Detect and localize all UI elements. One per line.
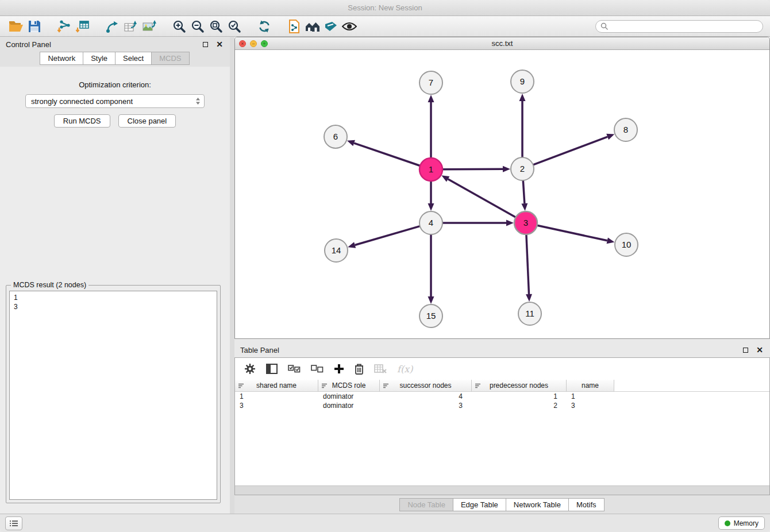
add-row-button[interactable]	[334, 364, 344, 374]
network-edge	[537, 225, 607, 241]
edge-arrowhead	[607, 237, 615, 244]
network-edge	[448, 179, 516, 217]
search-icon	[600, 22, 609, 30]
column-header-mcds-role[interactable]: MCDS role	[318, 380, 380, 392]
mcds-tab-body: Optimization criterion: strongly connect…	[0, 67, 230, 514]
network-edge	[533, 137, 607, 165]
edge-arrowhead	[521, 203, 528, 211]
memory-button[interactable]: Memory	[718, 516, 765, 530]
annotation-button[interactable]	[322, 18, 340, 35]
trash-icon	[355, 363, 364, 375]
float-table-panel-button[interactable]	[741, 345, 750, 354]
network-edge	[442, 169, 503, 169]
dropdown-selected-value: strongly connected component	[31, 97, 133, 106]
delete-row-button[interactable]	[355, 363, 364, 375]
document-network-icon	[288, 20, 301, 33]
table-row[interactable]: 3 dominator 3 2 3	[235, 401, 769, 410]
zoom-out-icon	[191, 20, 205, 33]
column-header-successor-nodes[interactable]: successor nodes	[380, 380, 472, 392]
save-icon	[28, 20, 41, 33]
zoom-fit-button[interactable]	[207, 18, 225, 35]
run-mcds-button[interactable]: Run MCDS	[54, 114, 110, 128]
network-canvas[interactable]: 7968124314101511	[235, 50, 769, 338]
checked-boxes-icon	[288, 365, 301, 373]
mcds-result-box: MCDS result (2 nodes) 1 3	[6, 285, 221, 503]
optimization-criterion-select[interactable]: strongly connected component	[25, 94, 205, 108]
close-panel-pushbutton[interactable]: Close panel	[118, 114, 176, 128]
show-panels-button[interactable]	[5, 516, 22, 530]
zoom-selected-button[interactable]	[225, 18, 244, 35]
zoom-selected-icon	[228, 20, 241, 33]
cell-name: 1	[567, 392, 614, 401]
column-header-shared-name[interactable]: shared name	[235, 380, 318, 392]
column-header-filler	[614, 380, 769, 392]
tab-style[interactable]: Style	[83, 52, 116, 65]
optimization-criterion-label: Optimization criterion:	[0, 80, 230, 89]
close-window-button[interactable]	[239, 40, 246, 47]
column-header-predecessor-nodes[interactable]: predecessor nodes	[472, 380, 567, 392]
search-input[interactable]	[595, 20, 763, 33]
cell-shared-name: 3	[235, 401, 318, 410]
cell-mcds-role: dominator	[318, 392, 380, 401]
mcds-result-list[interactable]: 1 3	[9, 291, 217, 500]
network-svg[interactable]: 7968124314101511	[235, 50, 769, 338]
show-graphics-details-button[interactable]	[340, 18, 359, 35]
export-image-button[interactable]	[140, 18, 159, 35]
save-session-button[interactable]	[25, 18, 44, 35]
fx-icon: f(x)	[397, 364, 413, 375]
column-header-name[interactable]: name	[567, 380, 614, 392]
cell-name: 3	[567, 401, 614, 410]
minimize-window-button[interactable]	[250, 40, 257, 47]
zoom-fit-icon	[209, 20, 223, 33]
cell-predecessor-nodes: 2	[472, 401, 567, 410]
import-table-from-file-button[interactable]	[74, 18, 92, 35]
export-image-icon	[142, 20, 157, 33]
control-panel-header: Control Panel	[0, 37, 230, 52]
result-line: 3	[14, 302, 213, 311]
table-settings-button[interactable]	[244, 363, 256, 375]
home-button[interactable]	[303, 18, 322, 35]
control-panel: Control Panel Network Style Select MCDS …	[0, 37, 230, 514]
table-scrollbar-strip[interactable]	[235, 485, 769, 495]
close-panel-button[interactable]	[215, 40, 224, 49]
zoom-out-button[interactable]	[188, 18, 207, 35]
maximize-window-button[interactable]	[261, 40, 268, 47]
select-all-columns-button[interactable]	[288, 365, 301, 373]
function-builder-button[interactable]: f(x)	[397, 364, 413, 375]
open-session-button[interactable]	[7, 18, 25, 35]
tab-node-table[interactable]: Node Table	[399, 498, 453, 511]
search-field-wrap	[595, 20, 763, 33]
panel-splitter[interactable]	[230, 37, 234, 514]
home-icon	[305, 20, 321, 33]
network-edge	[523, 180, 525, 203]
table-row[interactable]: 1 dominator 4 1 1	[235, 392, 769, 401]
tab-mcds[interactable]: MCDS	[151, 52, 189, 65]
tab-select[interactable]: Select	[115, 52, 152, 65]
table-toolbar: f(x)	[235, 358, 769, 380]
delete-table-button[interactable]	[374, 364, 387, 373]
tab-motifs[interactable]: Motifs	[568, 498, 605, 511]
network-edge	[355, 226, 420, 245]
table-panel: Table Panel	[234, 342, 770, 514]
edge-arrowhead	[428, 95, 434, 102]
cell-successor-nodes: 3	[380, 401, 472, 410]
zoom-in-button[interactable]	[170, 18, 188, 35]
network-node-label: 9	[520, 76, 525, 86]
open-folder-icon	[9, 20, 24, 33]
close-table-panel-button[interactable]	[755, 345, 764, 354]
window-title: Session: New Session	[348, 3, 422, 12]
refresh-view-button[interactable]	[255, 18, 274, 35]
control-panel-title: Control Panel	[6, 40, 51, 49]
new-network-from-table-button[interactable]	[122, 18, 140, 35]
import-network-from-file-button[interactable]	[55, 18, 74, 35]
tab-network-table[interactable]: Network Table	[506, 498, 569, 511]
clone-network-button[interactable]	[285, 18, 303, 35]
unselect-all-columns-button[interactable]	[311, 365, 324, 373]
new-network-button[interactable]	[103, 18, 122, 35]
tab-network[interactable]: Network	[40, 52, 83, 65]
float-panel-button[interactable]	[201, 40, 210, 49]
show-columns-button[interactable]	[266, 364, 278, 374]
network-window-titlebar: scc.txt	[235, 37, 769, 50]
tab-edge-table[interactable]: Edge Table	[453, 498, 506, 511]
result-line: 1	[14, 293, 213, 302]
